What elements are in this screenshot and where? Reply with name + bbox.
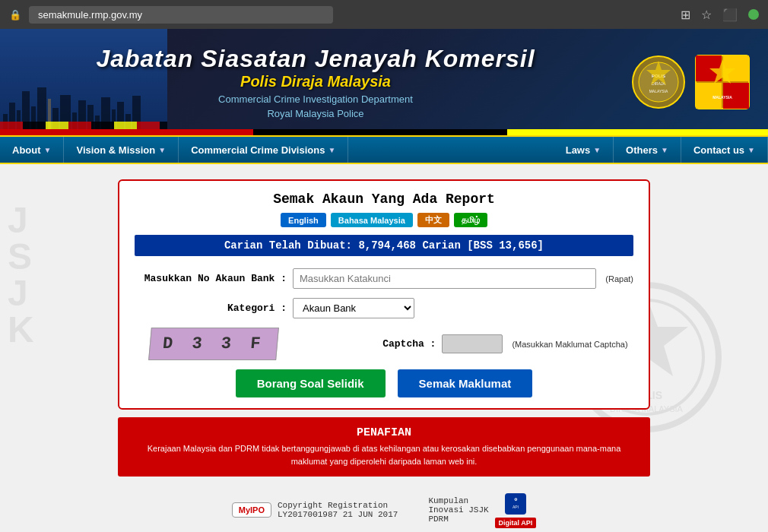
captcha-image: D 3 3 F [148,328,279,360]
nav-label-commercial: Commercial Crime Divisions [191,144,325,156]
grid-icon[interactable]: ⊞ [681,8,690,22]
nav-arrow-contact: ▼ [747,146,755,154]
nav-item-laws[interactable]: Laws ▼ [554,137,614,163]
captcha-label: Captcha : [284,338,436,350]
police-badge-logo: POLIS DIRAJA MALAYSIA [631,55,686,109]
nav-label-contact: Contact us [693,144,744,156]
coat-of-arms-logo: MALAYSIA [692,52,753,112]
nav-item-commercial[interactable]: Commercial Crime Divisions ▼ [179,137,348,163]
lock-icon: 🔒 [9,9,21,21]
captcha-row: D 3 3 F Captcha : (Masukkan Maklumat Cap… [135,328,633,360]
footer-copyright: Copyright Registration LY2017001987 21 J… [278,501,398,519]
page-wrapper: Jabatan Siasatan Jenayah Komersil Polis … [0,29,768,532]
header-center: Jabatan Siasatan Jenayah Komersil Polis … [0,37,631,127]
lang-btn-ta[interactable]: தமிழ் [454,213,487,227]
bank-account-label: Masukkan No Akaun Bank : [135,273,287,284]
kumpulan-line1: Kumpulan [428,496,468,505]
bank-account-note: (Rapat) [605,274,633,283]
nav-spacer [348,137,553,163]
nav-label-laws: Laws [566,144,591,156]
nav-bar: About ▼ Vision & Mission ▼ Commercial Cr… [0,135,768,164]
svg-text:API: API [513,505,519,509]
nav-arrow-commercial: ▼ [328,146,335,154]
captcha-note: (Masukkan Maklumat Captcha) [512,340,627,349]
lang-buttons: English Bahasa Malaysia 中文 தமிழ் [135,213,633,227]
kumpulan-text: Kumpulan Inovasi JSJK PDRM [428,496,488,524]
disclaimer-title: PENAFIAN [133,426,635,439]
bank-account-input[interactable] [293,268,596,289]
nav-item-contact[interactable]: Contact us ▼ [681,137,768,163]
btn-semak[interactable]: Semak Maklumat [398,369,533,397]
lang-btn-english[interactable]: English [281,213,326,227]
browser-icons: ⊞ ☆ ⬛ [681,8,759,22]
lang-btn-bm[interactable]: Bahasa Malaysia [331,213,413,227]
lang-btn-zh[interactable]: 中文 [417,213,449,227]
nav-arrow-others: ▼ [661,146,668,154]
header-title-en2: Royal Malaysia Police [15,108,616,119]
bank-account-row: Masukkan No Akaun Bank : (Rapat) [135,268,633,289]
button-row: Borang Soal Selidik Semak Maklumat [135,369,633,397]
nav-label-vision: Vision & Mission [76,144,155,156]
kumpulan-line3: PDRM [428,515,448,524]
nav-label-others: Others [626,144,658,156]
svg-text:MALAYSIA: MALAYSIA [712,95,732,100]
url-bar[interactable]: semakmule.rmp.gov.my [29,6,333,24]
nav-item-about[interactable]: About ▼ [0,137,64,163]
main-content: JSJK POLIS DIRAJA MALAYSIA Semak Akaun Y… [0,164,768,532]
copyright-line2: LY2017001987 21 JUN 2017 [278,510,398,519]
disclaimer-text: Kerajaan Malaysia dan PDRM tidak bertang… [133,442,635,467]
footer-right: Kumpulan Inovasi JSJK PDRM ⚙ API Digital… [428,492,536,528]
nav-item-others[interactable]: Others ▼ [614,137,681,163]
ext-icon[interactable]: ⬛ [722,8,738,22]
nav-arrow-vision: ▼ [158,146,166,154]
header-title-sub: Polis Diraja Malaysia [15,73,616,90]
form-card: Semak Akaun Yang Ada Report English Baha… [118,179,650,410]
kategori-row: Kategori : Akaun Bank Nombor Telefon No … [135,298,633,318]
nav-arrow-about: ▼ [44,146,52,154]
browser-chrome: 🔒 semakmule.rmp.gov.my ⊞ ☆ ⬛ [0,0,768,29]
copyright-line1: Copyright Registration [278,501,388,510]
header-stripe [0,129,768,135]
profile-dot[interactable] [748,9,759,20]
kumpulan-line2: Inovasi JSJK [428,505,488,515]
nav-item-vision[interactable]: Vision & Mission ▼ [64,137,179,163]
kategori-label: Kategori : [135,302,287,314]
header-title-en1: Commercial Crime Investigation Departmen… [15,93,616,105]
svg-text:MALAYSIA: MALAYSIA [649,89,668,93]
myipo-badge: MyIPO [232,502,271,518]
nav-arrow-laws: ▼ [593,146,601,154]
footer: MyIPO Copyright Registration LY201700198… [118,486,650,532]
nav-label-about: About [12,144,41,156]
kategori-select[interactable]: Akaun Bank Nombor Telefon No IC [293,298,414,318]
content-area: Semak Akaun Yang Ada Report English Baha… [8,172,760,532]
site-header: Jabatan Siasatan Jenayah Komersil Polis … [0,29,768,135]
footer-left: MyIPO Copyright Registration LY201700198… [232,501,398,519]
disclaimer-box: PENAFIAN Kerajaan Malaysia dan PDRM tida… [118,417,650,477]
btn-borang[interactable]: Borang Soal Selidik [236,369,386,397]
star-icon[interactable]: ☆ [701,8,712,22]
api-badge-label: Digital API [495,518,537,528]
header-title-main: Jabatan Siasatan Jenayah Komersil [15,45,616,73]
captcha-input[interactable] [442,334,503,353]
header-logos-right: POLIS DIRAJA MALAYSIA MALAYSIA [631,52,768,112]
form-title: Semak Akaun Yang Ada Report [135,192,633,207]
search-count-bar: Carian Telah Dibuat: 8,794,468 Carian [B… [135,235,633,256]
digital-api-logo: ⚙ API Digital API [495,492,537,528]
